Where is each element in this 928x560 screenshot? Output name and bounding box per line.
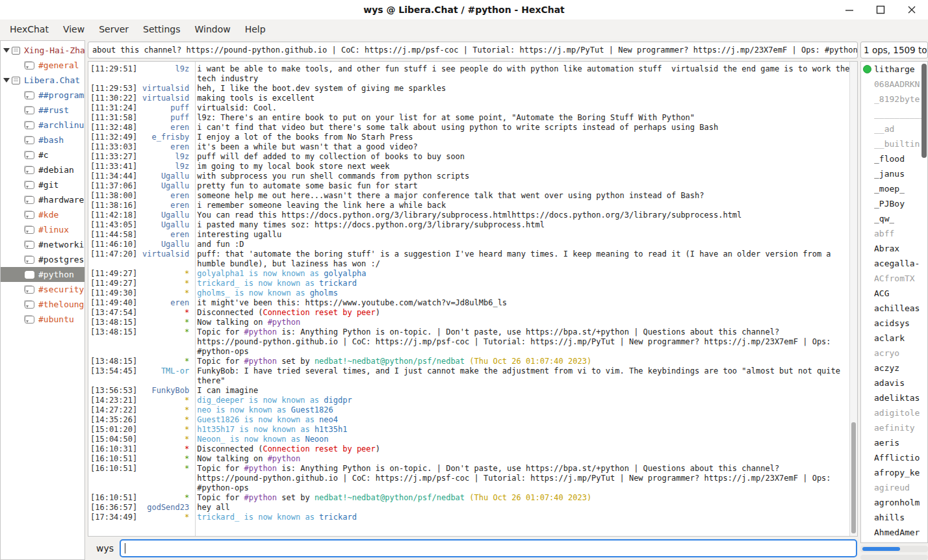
userlist-item-8192byte[interactable]: _8192byte [861,92,927,107]
sidebar-item-ubuntu[interactable]: #ubuntu [1,312,84,327]
message-input[interactable] [120,539,857,557]
userlist-item-pjboy[interactable]: _PJBoy [861,196,927,211]
userlist-item-adavis[interactable]: adavis [861,375,927,390]
sidebar-item-debian[interactable]: #debian [1,162,84,177]
nick[interactable]: virtualsid [137,84,193,94]
menu-item-server[interactable]: Server [92,22,136,36]
userlist-item-ahills[interactable]: ahills [861,510,927,525]
userlist-item-acegalla[interactable]: acegalla- [861,256,927,271]
userlist-item-acidsys[interactable]: acidsys [861,316,927,331]
sidebar-item-bash[interactable]: #bash [1,133,84,147]
nick[interactable]: eren [137,230,193,240]
userlist-scrollbar-thumb[interactable] [922,64,927,158]
menu-item-settings[interactable]: Settings [136,22,187,36]
nick[interactable]: godSend23 [137,503,193,513]
expander-icon[interactable] [3,78,10,83]
userlist-item-aclark[interactable]: aclark [861,331,927,346]
nick[interactable]: eren [137,201,193,210]
sidebar-item-xing-hai-zhang[interactable]: Xing-Hai-Zhang [1,43,84,58]
chat-scrollbar-thumb[interactable] [851,422,856,534]
nick[interactable]: puff [137,103,193,113]
userlist-item-qw[interactable]: _qw_ [861,211,927,226]
sidebar-item-postgresql[interactable]: #postgresql [1,252,84,267]
userlist-item-agireud[interactable]: agireud [861,480,927,495]
maximize-button[interactable] [872,1,889,18]
nick[interactable]: Ugallu [137,240,193,249]
userlist-item-acg[interactable]: ACG [861,286,927,301]
expander-icon[interactable] [3,48,10,53]
userlist-item-acfromtx[interactable]: ACfromTX [861,271,927,286]
sidebar-item-rust[interactable]: ##rust [1,103,84,118]
nick[interactable]: Ugallu [137,210,193,220]
nick[interactable]: Ugallu [137,181,193,191]
nick[interactable]: e_frisby [137,133,193,142]
userlist-item-acryo[interactable]: acryo [861,346,927,361]
sidebar-item-programming[interactable]: ##programming [1,88,84,103]
nick[interactable]: l9z [137,64,193,74]
sidebar-item-security[interactable]: #security [1,282,84,297]
nick[interactable]: FunkyBob [137,386,193,396]
menu-item-view[interactable]: View [56,22,92,36]
sidebar-item-hardware[interactable]: #hardware [1,192,84,207]
minimize-button[interactable] [841,1,858,18]
userlist-item-moep[interactable]: _moep_ [861,181,927,196]
sidebar-item-archlinux[interactable]: #archlinux [1,118,84,133]
user-nick: 068AADRKN [874,79,920,89]
sidebar-item-linux[interactable]: #linux [1,222,84,237]
message-link[interactable]: https://docs.python.org/3/library/subpro… [281,210,741,220]
userlist-item-builtin[interactable]: __builtin [861,136,927,151]
userlist-hscrollbar-thumb[interactable] [862,547,900,551]
message-link[interactable]: https://docs.python.org/3/library/subpro… [315,220,545,229]
sidebar-item-git[interactable]: #git [1,177,84,192]
user-nick: adigitole [874,408,920,418]
userlist-item-abff[interactable]: abff [861,226,927,241]
userlist-item-aefinity[interactable]: aefinity [861,420,927,435]
menu-item-window[interactable]: Window [187,22,237,36]
userlist-item-janus[interactable]: _janus [861,166,927,181]
sidebar-item-general[interactable]: #general [1,58,84,73]
sidebar-item-python[interactable]: #python [1,267,84,282]
menu-item-help[interactable]: Help [238,22,273,36]
sidebar-item-c[interactable]: #c [1,147,84,162]
nick[interactable]: Ugallu [137,172,193,181]
nick[interactable]: virtualsid [137,249,193,259]
sidebar-item-thelounge[interactable]: #thelounge [1,297,84,312]
menu-item-hexchat[interactable]: HexChat [3,22,56,36]
own-nick-label[interactable]: wys [96,543,114,554]
userlist-item-ad[interactable]: __ad [861,121,927,136]
close-button[interactable] [903,1,920,18]
userlist-item-litharge[interactable]: litharge [861,62,927,77]
userlist-item-ahmedamer[interactable]: AhmedAmer [861,525,927,540]
message-link[interactable]: https://www.youtube.com/watch?v=Jd8ulMb6… [305,298,507,307]
message-segment: gholms [310,288,338,298]
nick[interactable]: eren [137,298,193,308]
userlist-item-item[interactable]: __________ [861,107,927,121]
userlist-item-aeris[interactable]: aeris [861,435,927,450]
userlist-item-068aadrkn[interactable]: 068AADRKN [861,77,927,92]
userlist-item-achilleas[interactable]: achilleas [861,301,927,316]
sidebar-item-kde[interactable]: #kde [1,207,84,222]
nick[interactable]: Ugallu [137,220,193,230]
userlist-item-adeliktas[interactable]: adeliktas [861,390,927,405]
sidebar-item-libera-chat[interactable]: Libera.Chat [1,73,84,88]
userlist-item-afflictio[interactable]: Afflictio [861,450,927,465]
sidebar-item-networking[interactable]: #networking [1,237,84,252]
userlist-item-agronholm[interactable]: agronholm [861,495,927,510]
nick[interactable]: eren [137,123,193,133]
nick[interactable]: TML-or [137,366,193,376]
nick[interactable]: eren [137,142,193,152]
nick[interactable]: eren [137,191,193,201]
topic-bar[interactable]: about this channel? https://pound-python… [88,42,858,58]
nick[interactable]: puff [137,113,193,123]
nick[interactable]: virtualsid [137,94,193,103]
userlist-item-flood[interactable]: _flood [861,151,927,166]
message-segment: i want be able to make tools, and other … [197,64,849,83]
userlist-item-afropy-ke[interactable]: afropy_ke [861,465,927,480]
userlist-item-abrax[interactable]: Abrax [861,241,927,256]
userlist-item-aczyz[interactable]: aczyz [861,361,927,375]
userlist-item-adigitole[interactable]: adigitole [861,405,927,420]
nick[interactable]: l9z [137,152,193,162]
chat-line: [11:49:27]*trickard_ is now known as tri… [90,279,850,288]
nick[interactable]: l9z [137,162,193,172]
user-nick: _PJBoy [874,199,905,209]
